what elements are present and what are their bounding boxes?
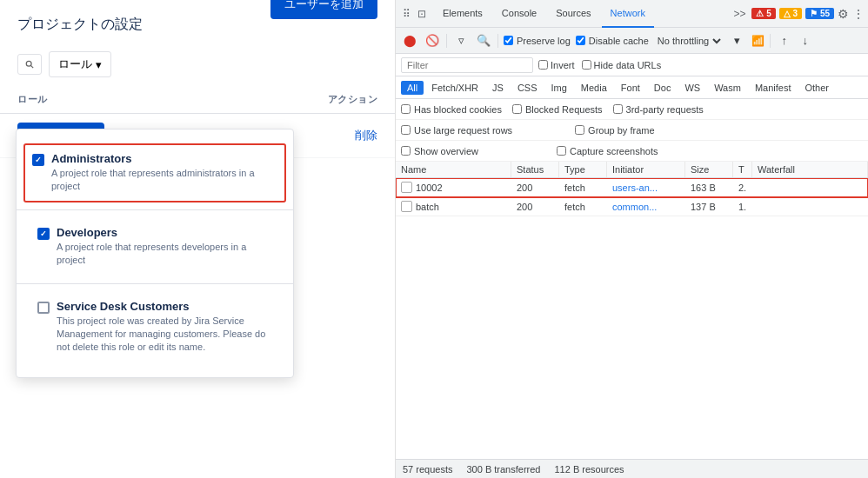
type-btn-other[interactable]: Other	[798, 81, 835, 95]
role-desc-developers: A project role that represents developer…	[57, 241, 272, 268]
hide-data-urls-checkbox[interactable]	[582, 60, 591, 70]
blocked-requests-cb[interactable]	[512, 104, 522, 114]
type-btn-css[interactable]: CSS	[511, 81, 544, 95]
hide-data-urls-label[interactable]: Hide data URLs	[582, 60, 662, 70]
invert-checkbox[interactable]	[538, 60, 548, 70]
type-btn-js[interactable]: JS	[486, 81, 510, 95]
type-btn-font[interactable]: Font	[615, 81, 646, 95]
wifi-icon: 📶	[751, 35, 765, 47]
dropdown-divider-2	[17, 283, 293, 284]
more-tabs-icon[interactable]: >>	[732, 7, 746, 21]
td-status-10002: 200	[511, 183, 559, 193]
disable-cache-checkbox[interactable]	[576, 36, 585, 45]
checkbox-service-desk[interactable]	[37, 302, 50, 314]
show-overview-label[interactable]: Show overview	[401, 146, 478, 156]
pointer-icon[interactable]: ⊡	[415, 7, 429, 21]
network-table-header: Name Status Type Initiator Size T Waterf…	[396, 162, 868, 178]
action-col: 削除	[325, 128, 377, 143]
td-initiator-10002[interactable]: users-an...	[607, 183, 685, 193]
large-rows-label[interactable]: Use large request rows	[401, 125, 512, 136]
group-by-frame-cb[interactable]	[575, 125, 584, 135]
third-party-requests-label[interactable]: 3rd-party requests	[613, 104, 704, 115]
checkbox-administrators[interactable]: ✓	[32, 154, 44, 166]
role-dropdown[interactable]: ロール ▾	[49, 51, 111, 77]
invert-checkbox-label[interactable]: Invert	[538, 60, 575, 70]
preserve-log-checkbox[interactable]	[504, 36, 513, 45]
type-btn-manifest[interactable]: Manifest	[749, 81, 798, 95]
th-size: Size	[685, 162, 733, 177]
info-badge: ⚑ 55	[805, 8, 834, 19]
options-row-3: Show overview Capture screenshots	[396, 141, 868, 162]
search-button[interactable]: 🔍	[475, 32, 492, 50]
role-dropdown-overlay: ✓ Administrators A project role that rep…	[16, 129, 294, 378]
upload-button[interactable]: ↑	[776, 32, 793, 50]
toolbar-divider-2	[497, 34, 498, 48]
left-panel: プロジェクトの設定 ユーザーを追加 ロール ▾ ロール アクション 複数 (2 …	[0, 0, 396, 478]
add-user-button[interactable]: ユーザーを追加	[270, 0, 377, 19]
blocked-requests-label[interactable]: Blocked Requests	[512, 104, 603, 115]
filter-options: Invert Hide data URLs	[538, 60, 661, 70]
type-btn-fetch-xhr[interactable]: Fetch/XHR	[425, 81, 484, 95]
throttle-dropdown-icon[interactable]: ▾	[729, 32, 746, 50]
throttle-select[interactable]: No throttling	[654, 35, 724, 47]
type-filter-row: All Fetch/XHR JS CSS Img Media Font Doc …	[396, 76, 868, 99]
type-btn-media[interactable]: Media	[575, 81, 613, 95]
td-time-10002: 2.	[733, 183, 752, 193]
has-blocked-cookies-label[interactable]: Has blocked cookies	[401, 104, 502, 115]
td-name-10002: 10002	[396, 182, 511, 193]
drag-icon: ⠿	[399, 7, 413, 21]
dropdown-item-service-desk[interactable]: Service Desk Customers This project role…	[23, 291, 286, 363]
filter-button[interactable]: ▿	[452, 32, 470, 50]
preserve-log-label[interactable]: Preserve log	[504, 36, 571, 46]
delete-button[interactable]: 削除	[355, 129, 377, 142]
search-box[interactable]	[17, 54, 42, 75]
dropdown-item-developers[interactable]: ✓ Developers A project role that represe…	[23, 217, 286, 276]
options-row-2: Use large request rows Group by frame	[396, 120, 868, 141]
group-by-frame-label[interactable]: Group by frame	[575, 125, 654, 136]
capture-screenshots-cb[interactable]	[557, 146, 566, 156]
type-btn-img[interactable]: Img	[545, 81, 573, 95]
svg-point-0	[26, 61, 31, 66]
network-table-body: 10002 200 fetch users-an... 163 B 2. bat…	[396, 178, 868, 459]
th-waterfall: Waterfall	[752, 162, 868, 177]
dropdown-item-administrators[interactable]: ✓ Administrators A project role that rep…	[23, 143, 286, 202]
table-row[interactable]: batch 200 fetch common... 137 B 1.	[396, 197, 868, 216]
warning-badge: △ 3	[779, 8, 802, 19]
download-button[interactable]: ↓	[797, 32, 814, 50]
checkbox-developers[interactable]: ✓	[37, 228, 50, 240]
stop-recording-button[interactable]: ⬤	[401, 32, 418, 50]
filter-input[interactable]	[401, 57, 533, 73]
tab-more: >>	[732, 7, 746, 21]
row-checkbox-batch[interactable]	[401, 201, 412, 212]
tab-elements[interactable]: Elements	[434, 0, 491, 28]
tab-network[interactable]: Network	[602, 0, 654, 28]
td-initiator-batch[interactable]: common...	[607, 202, 685, 212]
row-name-batch: batch	[416, 202, 439, 212]
svg-line-1	[31, 66, 34, 69]
col-role-header: ロール	[17, 93, 325, 106]
settings-button[interactable]: ⚙	[838, 7, 849, 21]
row-checkbox-10002[interactable]	[401, 182, 412, 193]
type-btn-ws[interactable]: WS	[678, 81, 706, 95]
has-blocked-cookies-cb[interactable]	[401, 104, 411, 114]
third-party-requests-cb[interactable]	[613, 104, 623, 114]
th-status: Status	[511, 162, 559, 177]
status-bar: 57 requests 300 B transferred 112 B reso…	[396, 459, 868, 478]
row-name-10002: 10002	[416, 183, 443, 193]
more-options-button[interactable]: ⋮	[852, 7, 865, 21]
type-btn-all[interactable]: All	[401, 81, 424, 95]
clear-button[interactable]: 🚫	[424, 32, 441, 50]
tab-console[interactable]: Console	[493, 0, 545, 28]
disable-cache-label[interactable]: Disable cache	[576, 36, 649, 46]
type-btn-wasm[interactable]: Wasm	[708, 81, 747, 95]
tab-sources[interactable]: Sources	[547, 0, 599, 28]
type-btn-doc[interactable]: Doc	[648, 81, 678, 95]
role-title-service-desk: Service Desk Customers	[57, 300, 272, 313]
resources-size: 112 B resources	[554, 464, 624, 475]
toolbar-divider-3	[770, 34, 771, 48]
show-overview-cb[interactable]	[401, 146, 411, 156]
capture-screenshots-label[interactable]: Capture screenshots	[557, 146, 658, 156]
table-row[interactable]: 10002 200 fetch users-an... 163 B 2.	[396, 178, 868, 197]
large-rows-cb[interactable]	[401, 125, 411, 135]
th-initiator: Initiator	[607, 162, 685, 177]
